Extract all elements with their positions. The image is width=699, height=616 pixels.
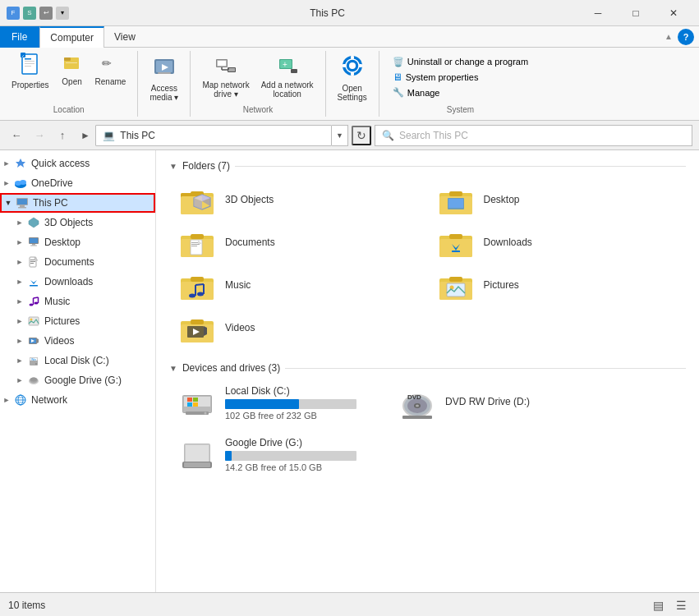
svg-rect-44: [30, 238, 38, 243]
local-disk-c-expand[interactable]: ►: [13, 351, 26, 370]
sidebar-item-pictures[interactable]: ► Pictures: [0, 311, 155, 331]
folder-pictures[interactable]: Pictures: [428, 264, 687, 306]
ribbon-location-items: ✓ Properties Open: [7, 51, 131, 103]
network-expand[interactable]: ►: [0, 390, 13, 410]
drive-google-g-name: Google Drive (G:): [225, 437, 375, 448]
devices-collapse-icon[interactable]: ▼: [169, 364, 177, 373]
properties-icon: ✓: [19, 53, 42, 79]
add-network-location-button[interactable]: + Add a networklocation: [256, 51, 319, 100]
sidebar-item-this-pc[interactable]: ▼ This PC: [0, 193, 155, 213]
svg-rect-17: [218, 61, 226, 66]
tab-view[interactable]: View: [104, 26, 146, 48]
onedrive-expand[interactable]: ►: [0, 173, 13, 193]
svg-rect-30: [351, 56, 354, 59]
google-drive-g-label: Google Drive (G:): [44, 375, 122, 386]
address-bar: ← → ↑ ► 💻 This PC ▼ ↻ 🔍 Search This PC: [0, 121, 699, 150]
manage-icon: 🔧: [393, 87, 404, 98]
documents-expand[interactable]: ►: [13, 252, 26, 272]
uninstall-button[interactable]: 🗑️ Uninstall or change a program: [386, 55, 535, 69]
refresh-button[interactable]: ↻: [352, 126, 371, 145]
svg-rect-97: [191, 246, 197, 246]
folders-grid: 3D Objects Desktop: [169, 178, 686, 349]
sidebar-item-downloads[interactable]: ► Downloads: [0, 272, 155, 292]
sidebar-item-desktop[interactable]: ► Desktop: [0, 232, 155, 252]
downloads-expand[interactable]: ►: [13, 272, 26, 292]
sidebar-item-3d-objects[interactable]: ► 3D Objects: [0, 213, 155, 232]
ribbon-network-items: Map networkdrive ▾ + Add a networklocati…: [197, 51, 318, 103]
svg-point-136: [416, 404, 419, 407]
help-button[interactable]: ?: [678, 29, 694, 45]
system-properties-button[interactable]: 🖥 System properties: [386, 70, 535, 85]
videos-expand[interactable]: ►: [13, 331, 26, 351]
main-layout: ► Quick access ► OneDrive ▼ This PC ► 3D…: [0, 150, 699, 592]
google-drive-g-expand[interactable]: ►: [13, 370, 26, 390]
details-view-btn[interactable]: ☰: [671, 595, 691, 615]
manage-button[interactable]: 🔧 Manage: [386, 85, 535, 99]
quick-access-expand[interactable]: ►: [0, 154, 13, 173]
ribbon-group-location: ✓ Properties Open: [0, 51, 138, 117]
svg-rect-46: [30, 246, 37, 246]
rename-button[interactable]: ✏ Rename: [90, 51, 131, 88]
large-icons-view-btn[interactable]: ▤: [648, 595, 668, 615]
folder-documents[interactable]: Documents: [169, 221, 428, 264]
svg-rect-143: [184, 462, 210, 467]
svg-rect-94: [191, 240, 202, 255]
up-button[interactable]: ↑: [53, 126, 72, 145]
address-path-input[interactable]: 💻 This PC: [95, 125, 332, 146]
sidebar-item-quick-access[interactable]: ► Quick access: [0, 154, 155, 173]
uninstall-icon: 🗑️: [393, 57, 404, 67]
open-settings-button[interactable]: OpenSettings: [333, 51, 372, 103]
pictures-expand[interactable]: ►: [13, 311, 26, 331]
folders-collapse-icon[interactable]: ▼: [169, 162, 177, 171]
svg-text:✓: ✓: [21, 53, 25, 58]
sidebar-item-onedrive[interactable]: ► OneDrive: [0, 173, 155, 193]
this-pc-expand[interactable]: ▼: [2, 193, 15, 213]
maximize-button[interactable]: □: [617, 0, 655, 26]
add-network-label: Add a networklocation: [261, 80, 314, 99]
open-settings-icon: [339, 53, 366, 82]
forward-button[interactable]: →: [30, 126, 49, 145]
minimize-button[interactable]: ─: [579, 0, 617, 26]
drive-dvd-d[interactable]: DVD DVD RW Drive (D:): [389, 380, 603, 425]
svg-text:+: +: [283, 60, 287, 69]
folder-videos[interactable]: Videos: [169, 306, 428, 349]
folder-music[interactable]: Music: [169, 264, 428, 306]
drive-local-c-name: Local Disk (C:): [225, 385, 375, 397]
properties-button[interactable]: ✓ Properties: [7, 51, 54, 91]
svg-rect-40: [20, 205, 25, 207]
address-dropdown-btn[interactable]: ▼: [332, 125, 348, 146]
desktop-expand[interactable]: ►: [13, 232, 26, 252]
3d-objects-expand[interactable]: ►: [13, 213, 26, 232]
tab-file[interactable]: File: [0, 26, 39, 48]
drive-local-c[interactable]: Local Disk (C:) 102 GB free of 232 GB: [169, 380, 383, 425]
open-button[interactable]: Open: [56, 51, 89, 88]
title-controls[interactable]: ─ □ ✕: [579, 0, 692, 26]
folder-3d-objects[interactable]: 3D Objects: [169, 178, 428, 221]
back-button[interactable]: ←: [7, 126, 26, 145]
sidebar-item-documents[interactable]: ► Documents: [0, 252, 155, 272]
access-media-button[interactable]: Accessmedia ▾: [145, 51, 183, 103]
tab-computer[interactable]: Computer: [39, 26, 104, 48]
svg-marker-64: [37, 338, 39, 343]
ribbon-access-items: Accessmedia ▾: [145, 51, 183, 103]
open-icon: [62, 53, 82, 76]
sidebar-item-local-disk-c[interactable]: ► Win Local Disk (C:): [0, 351, 155, 370]
svg-rect-96: [191, 244, 200, 245]
ribbon-collapse-btn[interactable]: ▲: [665, 32, 673, 41]
svg-rect-141: [186, 445, 209, 462]
sidebar-item-network[interactable]: ► Network: [0, 390, 155, 410]
folder-downloads[interactable]: Downloads: [428, 221, 687, 264]
search-box[interactable]: 🔍 Search This PC: [375, 125, 692, 146]
drive-google-g[interactable]: Google Drive (G:) 14.2 GB free of 15.0 G…: [169, 432, 383, 477]
uninstall-label: Uninstall or change a program: [407, 57, 528, 67]
network-icon: [13, 393, 28, 407]
status-bar: 10 items ▤ ☰: [0, 592, 699, 616]
sidebar-item-music[interactable]: ► Music: [0, 292, 155, 311]
sidebar-item-google-drive-g[interactable]: ► Google Drive (G:): [0, 370, 155, 390]
close-button[interactable]: ✕: [655, 0, 692, 26]
music-expand[interactable]: ►: [13, 292, 26, 311]
downloads-label: Downloads: [44, 276, 93, 287]
folder-desktop[interactable]: Desktop: [428, 178, 687, 221]
map-network-drive-button[interactable]: Map networkdrive ▾: [197, 51, 254, 100]
sidebar-item-videos[interactable]: ► Videos: [0, 331, 155, 351]
